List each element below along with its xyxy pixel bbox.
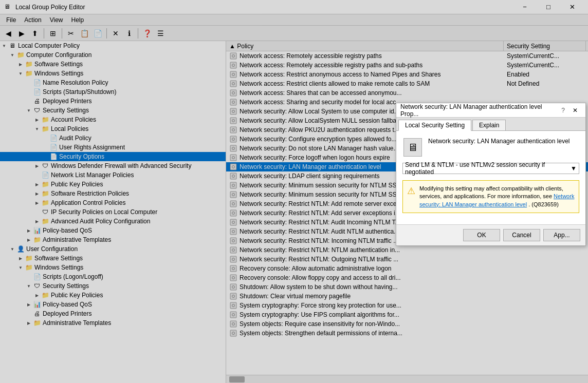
warning-text: Modifying this setting may affect compat… [419,185,575,208]
dialog-apply-button[interactable]: App... [543,229,580,241]
dialog-tabs: Local Security Setting Explain [396,118,585,131]
dialog-title-bar: Network security: LAN Manager authentica… [396,103,585,118]
warning-box: ⚠ Modifying this setting may affect comp… [402,180,579,213]
dialog-close-button[interactable]: ✕ [569,105,581,116]
warning-icon: ⚠ [407,185,415,198]
properties-dialog: Network security: LAN Manager authentica… [396,103,586,246]
dialog-cancel-button[interactable]: Cancel [503,229,540,241]
dialog-body: 🖥 Network security: LAN Manager authenti… [396,131,585,224]
computer-icon: 🖥 [403,138,422,157]
dropdown-arrow-icon: ▼ [571,165,577,172]
dialog-overlay: Network security: LAN Manager authentica… [0,0,588,383]
dialog-help-icon[interactable]: ? [561,107,565,114]
dialog-setting-label: Network security: LAN Manager authentica… [428,137,569,146]
dialog-title-text: Network security: LAN Manager authentica… [400,103,561,118]
warning-suffix: . (Q823659) [528,201,559,207]
dialog-setting-section: 🖥 Network security: LAN Manager authenti… [402,137,579,158]
tab-local-security-setting[interactable]: Local Security Setting [398,120,471,131]
dialog-ok-button[interactable]: OK [463,229,500,241]
tab-explain[interactable]: Explain [472,120,506,130]
dialog-footer: OK Cancel App... [396,224,585,245]
dropdown-value: Send LM & NTLM - use NTLMv2 session secu… [405,161,571,176]
dropdown-auth-level[interactable]: Send LM & NTLM - use NTLMv2 session secu… [402,163,579,174]
warning-message: Modifying this setting may affect compat… [419,185,563,199]
dialog-setting-icon: 🖥 [402,137,423,158]
